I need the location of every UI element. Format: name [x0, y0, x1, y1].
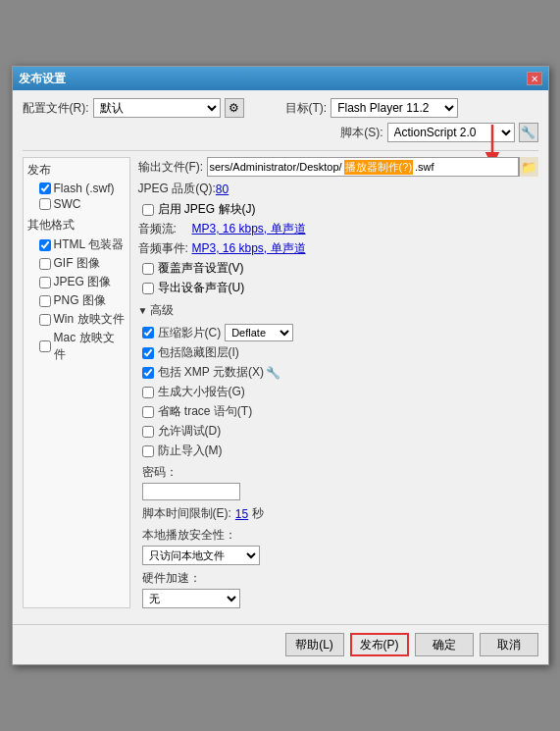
permit-debug-row: 允许调试(D) [138, 423, 538, 440]
prevent-import-row: 防止导入(M) [138, 443, 538, 459]
html-wrapper-label: HTML 包装器 [54, 236, 125, 253]
title-bar-controls: ✕ [527, 72, 542, 85]
script-timeout-label: 脚本时间限制(E): [142, 505, 231, 522]
omit-trace-row: 省略 trace 语句(T) [138, 403, 538, 420]
jpeg-image-checkbox[interactable] [39, 277, 51, 288]
close-button[interactable]: ✕ [527, 72, 542, 85]
main-content: 配置文件(R): 默认 ⚙ 目标(T): Flash Player 11.2 脚… [13, 90, 548, 616]
hw-accel-label: 硬件加速： [142, 570, 538, 587]
hidden-layers-row: 包括隐藏图层(I) [138, 344, 538, 361]
win-player-row: Win 放映文件 [27, 311, 126, 328]
export-device-sound-checkbox[interactable] [142, 283, 154, 294]
help-button[interactable]: 帮助(L) [285, 633, 344, 656]
gif-image-row: GIF 图像 [27, 255, 126, 272]
target-label: 目标(T): [285, 100, 328, 117]
gif-image-checkbox[interactable] [39, 258, 51, 270]
hidden-layers-checkbox[interactable] [142, 347, 154, 359]
jpeg-quality-value[interactable]: 80 [216, 183, 229, 196]
flash-swf-row: Flash (.swf) [27, 182, 126, 195]
publish-button[interactable]: 发布(P) [350, 633, 409, 656]
password-label: 密码： [142, 464, 538, 481]
other-formats-section: 其他格式 HTML 包装器 GIF 图像 JPEG 图像 [27, 217, 126, 363]
permit-debug-label: 允许调试(D) [158, 423, 222, 440]
script-label: 脚本(S): [340, 125, 382, 141]
flash-swf-label: Flash (.swf) [54, 182, 115, 195]
generate-report-checkbox[interactable] [142, 387, 154, 398]
xmp-label: 包括 XMP 元数据(X) [158, 364, 264, 381]
target-section: 目标(T): Flash Player 11.2 [285, 98, 538, 118]
audio-event-value[interactable]: MP3, 16 kbps, 单声道 [192, 240, 306, 257]
password-section: 密码： [138, 464, 538, 500]
script-timeout-unit: 秒 [252, 505, 264, 522]
mac-player-checkbox[interactable] [39, 340, 51, 352]
jpeg-quality-row: JPEG 品质(Q): 80 [138, 181, 538, 197]
local-playback-select[interactable]: 只访问本地文件 [142, 546, 260, 565]
jpeg-deblock-checkbox[interactable] [142, 204, 154, 216]
jpeg-image-label: JPEG 图像 [54, 274, 112, 290]
xmp-gear-icon[interactable]: 🔧 [266, 366, 280, 380]
gif-image-label: GIF 图像 [54, 255, 100, 272]
output-file-path-prefix: sers/Administrator/Desktop/ [208, 161, 344, 173]
script-row: 脚本(S): ActionScript 2.0 🔧 [23, 123, 538, 142]
advanced-triangle-icon: ▼ [138, 305, 148, 316]
prevent-import-checkbox[interactable] [142, 445, 154, 457]
generate-report-row: 生成大小报告(G) [138, 384, 538, 400]
png-image-label: PNG 图像 [54, 292, 106, 309]
permit-debug-checkbox[interactable] [142, 426, 154, 438]
cancel-button[interactable]: 取消 [480, 633, 538, 656]
compress-select[interactable]: Deflate [225, 324, 293, 341]
swc-label: SWC [54, 197, 81, 211]
prevent-import-label: 防止导入(M) [158, 443, 223, 459]
omit-trace-checkbox[interactable] [142, 406, 154, 418]
script-gear-button[interactable]: 🔧 [519, 123, 538, 142]
publish-section-title: 发布 [27, 162, 126, 179]
audio-event-label: 音频事件: [138, 240, 192, 257]
compress-movie-label: 压缩影片(C) [158, 325, 222, 341]
override-sound-checkbox[interactable] [142, 263, 154, 275]
swc-row: SWC [27, 197, 126, 211]
hidden-layers-label: 包括隐藏图层(I) [158, 344, 239, 361]
win-player-checkbox[interactable] [39, 314, 51, 326]
script-timeout-value[interactable]: 15 [235, 507, 248, 521]
folder-browse-button[interactable]: 📁 [519, 157, 538, 177]
png-image-checkbox[interactable] [39, 295, 51, 307]
compress-movie-checkbox[interactable] [142, 327, 154, 339]
flash-swf-checkbox[interactable] [39, 183, 51, 194]
divider [23, 150, 538, 151]
password-input[interactable] [142, 483, 240, 500]
local-playback-section: 本地播放安全性： 只访问本地文件 [138, 527, 538, 565]
output-file-highlight: 播放器制作(?) [344, 160, 413, 175]
script-timeout-row: 脚本时间限制(E): 15 秒 [138, 505, 538, 522]
hw-accel-select[interactable]: 无 [142, 589, 240, 608]
target-select[interactable]: Flash Player 11.2 [331, 98, 458, 118]
config-file-section: 配置文件(R): 默认 ⚙ [23, 98, 276, 118]
jpeg-image-row: JPEG 图像 [27, 274, 126, 290]
mac-player-row: Mac 放映文件 [27, 330, 126, 363]
jpeg-quality-label: JPEG 品质(Q): [138, 181, 216, 197]
script-select[interactable]: ActionScript 2.0 [387, 123, 515, 142]
output-file-extension: .swf [413, 161, 436, 173]
top-config-row: 配置文件(R): 默认 ⚙ 目标(T): Flash Player 11.2 [23, 98, 538, 118]
compress-movie-row: 压缩影片(C) Deflate [138, 324, 538, 341]
config-select[interactable]: 默认 [93, 98, 221, 118]
override-sound-label: 覆盖声音设置(V) [158, 260, 244, 277]
xmp-checkbox[interactable] [142, 367, 154, 379]
advanced-section: ▼ 高级 压缩影片(C) Deflate 包括隐藏图层(I) [138, 302, 538, 608]
output-file-label: 输出文件(F): [138, 159, 207, 176]
window-title: 发布设置 [19, 71, 66, 87]
right-panel: 输出文件(F): sers/Administrat [138, 157, 538, 608]
export-device-sound-row: 导出设备声音(U) [138, 280, 538, 296]
audio-stream-value[interactable]: MP3, 16 kbps, 单声道 [192, 221, 306, 237]
left-panel: 发布 Flash (.swf) SWC 其他格式 HTML 包装器 [23, 157, 130, 608]
generate-report-label: 生成大小报告(G) [158, 384, 245, 400]
output-file-input[interactable]: sers/Administrator/Desktop/ 播放器制作(?) .sw… [207, 157, 519, 177]
mac-player-label: Mac 放映文件 [54, 330, 126, 363]
swc-checkbox[interactable] [39, 198, 51, 210]
hw-accel-section: 硬件加速： 无 [138, 570, 538, 608]
audio-event-row: 音频事件: MP3, 16 kbps, 单声道 [138, 240, 538, 257]
config-gear-button[interactable]: ⚙ [225, 98, 244, 118]
html-wrapper-checkbox[interactable] [39, 239, 51, 251]
audio-stream-row: 音频流: MP3, 16 kbps, 单声道 [138, 221, 538, 237]
advanced-title: ▼ 高级 [138, 302, 538, 319]
ok-button[interactable]: 确定 [415, 633, 474, 656]
